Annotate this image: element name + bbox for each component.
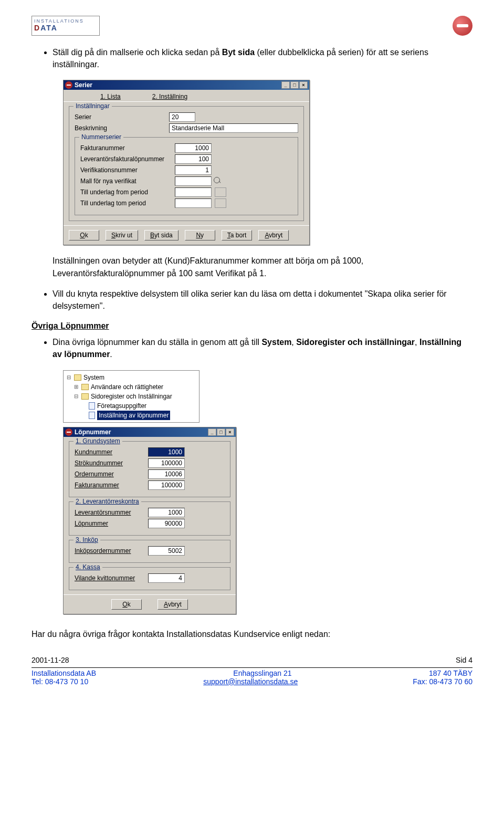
titlebar[interactable]: Serier _ □ × [64, 80, 309, 90]
app-icon [65, 81, 72, 89]
picker-icon[interactable] [215, 187, 226, 197]
group-leverantor: 2. Leverantörreskontra Leverantörsnummer… [69, 501, 230, 536]
ok-button[interactable]: Ok [111, 599, 142, 610]
titlebar[interactable]: Löpnummer _ □ × [64, 427, 236, 437]
footer-fax: Fax: 08-473 70 60 [413, 677, 472, 686]
tree-node-foretag[interactable]: Företagsuppgifter [66, 401, 197, 411]
text-bold: System [261, 338, 291, 347]
tree-label: System [83, 373, 104, 382]
closing-text: Har du några övriga frågor kontakta Inst… [32, 628, 472, 640]
tab-installning[interactable]: 2. Inställning [152, 93, 187, 100]
input-ordernummer[interactable]: 10006 [148, 469, 185, 479]
search-icon[interactable] [214, 177, 222, 185]
page-footer: 2001-11-28 Sid 4 Installationsdata AB En… [32, 656, 472, 686]
maximize-button[interactable]: □ [217, 428, 225, 436]
footer-tel: Tel: 08-473 70 10 [32, 677, 88, 686]
paragraph: Inställningen ovan betyder att (Kund)Fak… [52, 255, 472, 279]
footer-city: 187 40 TÄBY [429, 669, 472, 677]
group-grundsystem: 1. Grundsystem Kundnummer1000 Strökundnu… [69, 441, 230, 497]
group-legend: 2. Leverantörreskontra [74, 498, 141, 505]
skrivut-button[interactable]: Skriv ut [106, 230, 138, 240]
avbryt-button[interactable]: Avbryt [258, 230, 289, 240]
group-legend: 3. Inköp [74, 536, 100, 543]
input-tom[interactable] [175, 198, 212, 208]
group-legend: 4. Kassa [74, 563, 102, 571]
input-lopnummer[interactable]: 90000 [148, 519, 185, 528]
text: . [110, 350, 112, 359]
input-beskrivning[interactable]: Standardserie Mall [169, 123, 298, 133]
group-nummerserier: Nummerserier Fakturanummer1000 Leverantö… [75, 137, 298, 215]
close-button[interactable]: × [226, 428, 234, 436]
label-from: Till underlag from period [80, 189, 175, 196]
input-fakturanummer[interactable]: 100000 [148, 480, 185, 490]
tree-node-anvandare[interactable]: ⊞Användare och rättigheter [66, 382, 197, 392]
input-mall[interactable] [175, 176, 212, 186]
label-levlop: Leverantörsfakturalöpnummer [80, 155, 175, 163]
brand-icon [453, 16, 472, 36]
file-icon [89, 412, 95, 419]
input-from[interactable] [175, 187, 212, 197]
footer-company: Installationsdata AB [32, 669, 96, 677]
minimize-button[interactable]: _ [281, 81, 290, 89]
label-kvittonummer: Vilande kvittonummer [75, 574, 148, 582]
logo-bottom-text: DATA [34, 24, 97, 32]
label-serier: Serier [75, 113, 169, 121]
app-icon [65, 428, 72, 436]
group-kassa: 4. Kassa Vilande kvittonummer4 [69, 567, 230, 590]
company-logo: INSTALLATIONS DATA [32, 16, 100, 36]
group-legend: Inställningar [74, 102, 112, 110]
label-ordernummer: Ordernummer [75, 470, 148, 478]
input-fakturanummer[interactable]: 1000 [175, 143, 212, 153]
close-button[interactable]: × [299, 81, 308, 89]
maximize-button[interactable]: □ [290, 81, 299, 89]
input-leverantorsnummer[interactable]: 1000 [148, 508, 185, 517]
tree-label: Användare och rättigheter [91, 382, 163, 392]
ny-button[interactable]: Ny [185, 230, 215, 240]
text: , [415, 338, 419, 347]
tree-node-lopnummer[interactable]: Inställning av löpnummer [66, 411, 197, 420]
label-inkopsordernummer: Inköpsordernummer [75, 547, 148, 554]
input-inkopsordernummer[interactable]: 5002 [148, 546, 185, 556]
window-title: Serier [75, 81, 92, 89]
group-inkop: 3. Inköp Inköpsordernummer5002 [69, 540, 230, 563]
label-tom: Till underlag tom period [80, 200, 175, 207]
label-lopnummer: Löpnummer [75, 520, 148, 527]
group-installningar: Inställningar Serier 20 Beskrivning Stan… [69, 106, 304, 221]
tree-label: Företagsuppgifter [97, 401, 146, 411]
folder-icon [74, 374, 81, 381]
tree-node-sidoregister[interactable]: ⊟Sidoregister och Inställningar [66, 392, 197, 401]
label-kundnummer: Kundnummer [75, 448, 148, 456]
label-beskrivning: Beskrivning [75, 124, 169, 132]
group-legend: Nummerserier [79, 133, 123, 141]
label-strokundnummer: Strökundnummer [75, 459, 148, 467]
input-serier[interactable]: 20 [169, 112, 195, 122]
tree-view: ⊟System ⊞Användare och rättigheter ⊟Sido… [63, 370, 200, 423]
tree-node-system[interactable]: ⊟System [66, 373, 197, 382]
window-title: Löpnummer [75, 428, 111, 436]
bullet-item: Vill du knyta respektive delsystem till … [52, 288, 472, 312]
avbryt-button[interactable]: Avbryt [158, 599, 188, 610]
tabort-button[interactable]: Ta bort [222, 230, 253, 240]
label-verif: Verifikationsnummer [80, 166, 175, 174]
folder-icon [81, 384, 89, 390]
picker-icon[interactable] [215, 198, 226, 208]
minimize-button[interactable]: _ [208, 428, 216, 436]
text-bold: Byt sida [222, 48, 255, 57]
label-fakturanummer: Fakturanummer [75, 482, 148, 489]
text: Ställ dig på din mallserie och klicka se… [52, 48, 222, 57]
tab-lista[interactable]: 1. Lista [100, 93, 121, 100]
bullet-item: Ställ dig på din mallserie och klicka se… [52, 46, 472, 70]
footer-email-link[interactable]: support@installationsdata.se [203, 677, 298, 686]
text: , [291, 338, 296, 347]
label-mall: Mall för nya verifikat [80, 177, 175, 185]
ok-button[interactable]: Ok [69, 230, 99, 240]
dialog-serier: Serier _ □ × 1. Lista 2. Inställning Ins… [63, 80, 310, 245]
input-kvittonummer[interactable]: 4 [148, 573, 185, 583]
input-kundnummer[interactable]: 1000 [148, 447, 185, 457]
bytsida-button[interactable]: Byt sida [144, 230, 178, 240]
tree-label: Sidoregister och Inställningar [91, 392, 172, 401]
input-strokundnummer[interactable]: 100000 [148, 458, 185, 468]
label-fakturanummer: Fakturanummer [80, 144, 175, 152]
input-levlop[interactable]: 100 [175, 154, 212, 164]
input-verif[interactable]: 1 [175, 165, 212, 175]
